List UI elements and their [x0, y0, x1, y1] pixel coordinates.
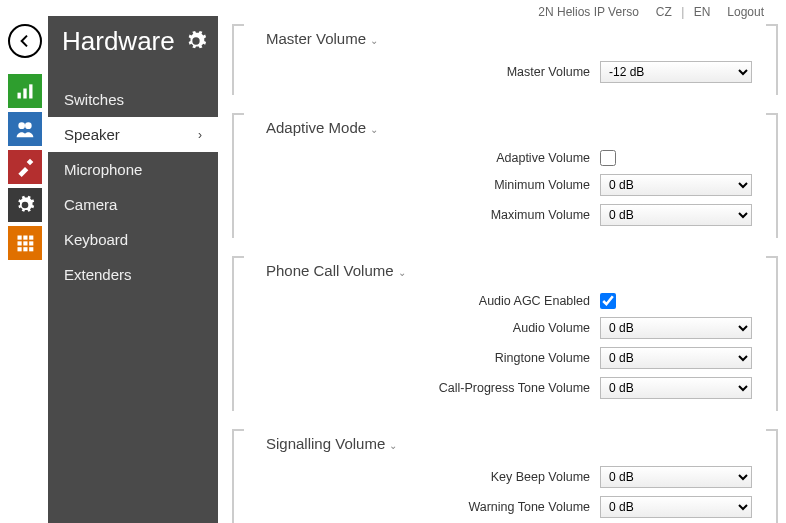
section-body: Key Beep Volume 0 dB Warning Tone Volume…: [232, 460, 778, 523]
lang-cz[interactable]: CZ: [653, 5, 675, 19]
field-label: Maximum Volume: [234, 208, 590, 222]
lang-en[interactable]: EN: [691, 5, 714, 19]
field-warning-tone-volume: Warning Tone Volume 0 dB: [234, 492, 752, 522]
field-label: Ringtone Volume: [234, 351, 590, 365]
content: Master Volume⌄ Master Volume -12 dB Adap…: [232, 24, 778, 523]
field-label: Master Volume: [234, 65, 590, 79]
language-switch: CZ | EN: [653, 5, 713, 19]
sidebar-item-microphone[interactable]: Microphone: [48, 152, 218, 187]
section-title: Signalling Volume: [266, 435, 385, 452]
sidebar-item-label: Keyboard: [64, 231, 128, 248]
logout-link[interactable]: Logout: [727, 5, 764, 19]
section-master-volume: Master Volume⌄ Master Volume -12 dB: [232, 24, 778, 95]
minimum-volume-select[interactable]: 0 dB: [600, 174, 752, 196]
back-button[interactable]: [8, 24, 42, 58]
sidebar-item-label: Camera: [64, 196, 117, 213]
sidebar-item-label: Microphone: [64, 161, 142, 178]
sidebar-header: Hardware: [48, 16, 218, 66]
sidebar-item-extenders[interactable]: Extenders: [48, 257, 218, 292]
gear-icon: [15, 195, 35, 215]
field-label: Audio Volume: [234, 321, 590, 335]
chevron-down-icon: ⌄: [398, 267, 406, 278]
svg-rect-0: [18, 93, 21, 99]
ringtone-volume-select[interactable]: 0 dB: [600, 347, 752, 369]
field-label: Adaptive Volume: [234, 151, 590, 165]
sidebar-item-label: Extenders: [64, 266, 132, 283]
svg-point-3: [18, 122, 25, 129]
section-header[interactable]: Master Volume⌄: [232, 24, 778, 55]
svg-rect-6: [23, 236, 27, 240]
field-label: Call-Progress Tone Volume: [234, 381, 590, 395]
lang-sep: |: [678, 5, 687, 19]
section-adaptive-mode: Adaptive Mode⌄ Adaptive Volume Minimum V…: [232, 113, 778, 238]
section-title: Phone Call Volume: [266, 262, 394, 279]
section-title: Adaptive Mode: [266, 119, 366, 136]
chevron-right-icon: ›: [198, 128, 202, 142]
sidebar-item-label: Switches: [64, 91, 124, 108]
users-icon: [15, 119, 35, 139]
sidebar-item-label: Speaker: [64, 126, 120, 143]
rail-services-tile[interactable]: [8, 150, 42, 184]
audio-agc-checkbox[interactable]: [600, 293, 616, 309]
svg-rect-1: [23, 89, 26, 99]
tools-icon: [15, 157, 35, 177]
rail-status-tile[interactable]: [8, 74, 42, 108]
svg-rect-8: [18, 241, 22, 245]
field-audio-volume: Audio Volume 0 dB: [234, 313, 752, 343]
section-header[interactable]: Phone Call Volume⌄: [232, 256, 778, 287]
section-signalling-volume: Signalling Volume⌄ Key Beep Volume 0 dB …: [232, 429, 778, 523]
topbar: 2N Helios IP Verso CZ | EN Logout: [538, 0, 786, 24]
svg-rect-5: [18, 236, 22, 240]
sidebar: Hardware Switches Speaker› Microphone Ca…: [48, 16, 218, 523]
chevron-down-icon: ⌄: [370, 124, 378, 135]
sidebar-item-switches[interactable]: Switches: [48, 82, 218, 117]
svg-rect-12: [23, 247, 27, 251]
field-audio-agc: Audio AGC Enabled: [234, 289, 752, 313]
field-maximum-volume: Maximum Volume 0 dB: [234, 200, 752, 230]
svg-point-4: [25, 122, 32, 129]
section-body: Audio AGC Enabled Audio Volume 0 dB Ring…: [232, 287, 778, 411]
rail-directory-tile[interactable]: [8, 112, 42, 146]
grid-icon: [15, 233, 35, 253]
sidebar-item-speaker[interactable]: Speaker›: [48, 117, 218, 152]
audio-volume-select[interactable]: 0 dB: [600, 317, 752, 339]
sidebar-nav: Switches Speaker› Microphone Camera Keyb…: [48, 82, 218, 292]
field-label: Audio AGC Enabled: [234, 294, 590, 308]
maximum-volume-select[interactable]: 0 dB: [600, 204, 752, 226]
field-label: Warning Tone Volume: [234, 500, 590, 514]
chevron-down-icon: ⌄: [389, 440, 397, 451]
warning-tone-volume-select[interactable]: 0 dB: [600, 496, 752, 518]
chevron-down-icon: ⌄: [370, 35, 378, 46]
field-call-progress-volume: Call-Progress Tone Volume 0 dB: [234, 373, 752, 403]
field-label: Minimum Volume: [234, 178, 590, 192]
field-key-beep-volume: Key Beep Volume 0 dB: [234, 462, 752, 492]
field-minimum-volume: Minimum Volume 0 dB: [234, 170, 752, 200]
left-rail: [8, 24, 42, 264]
arrow-left-icon: [17, 33, 33, 49]
svg-rect-11: [18, 247, 22, 251]
svg-rect-9: [23, 241, 27, 245]
sidebar-title: Hardware: [62, 26, 175, 57]
sidebar-item-camera[interactable]: Camera: [48, 187, 218, 222]
svg-rect-7: [29, 236, 33, 240]
section-body: Master Volume -12 dB: [232, 55, 778, 95]
rail-system-tile[interactable]: [8, 226, 42, 260]
rail-hardware-tile[interactable]: [8, 188, 42, 222]
adaptive-volume-checkbox[interactable]: [600, 150, 616, 166]
field-label: Key Beep Volume: [234, 470, 590, 484]
key-beep-volume-select[interactable]: 0 dB: [600, 466, 752, 488]
call-progress-volume-select[interactable]: 0 dB: [600, 377, 752, 399]
field-adaptive-volume: Adaptive Volume: [234, 146, 752, 170]
gear-icon: [185, 30, 207, 52]
master-volume-select[interactable]: -12 dB: [600, 61, 752, 83]
section-phone-call-volume: Phone Call Volume⌄ Audio AGC Enabled Aud…: [232, 256, 778, 411]
section-header[interactable]: Signalling Volume⌄: [232, 429, 778, 460]
sidebar-item-keyboard[interactable]: Keyboard: [48, 222, 218, 257]
section-title: Master Volume: [266, 30, 366, 47]
svg-rect-10: [29, 241, 33, 245]
svg-rect-2: [29, 84, 32, 98]
section-header[interactable]: Adaptive Mode⌄: [232, 113, 778, 144]
section-body: Adaptive Volume Minimum Volume 0 dB Maxi…: [232, 144, 778, 238]
device-name: 2N Helios IP Verso: [538, 5, 639, 19]
bars-icon: [15, 81, 35, 101]
